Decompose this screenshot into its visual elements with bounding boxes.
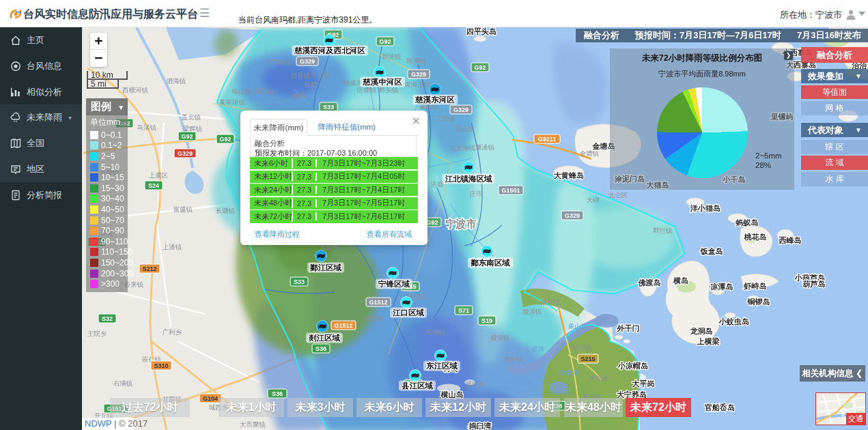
svg-text:慈溪中河区: 慈溪中河区 bbox=[362, 78, 402, 86]
svg-text:G92: G92 bbox=[426, 219, 438, 226]
svg-text:大平岗: 大平岗 bbox=[632, 379, 655, 388]
svg-text:G329: G329 bbox=[565, 212, 580, 219]
svg-text:象山港: 象山港 bbox=[492, 377, 512, 384]
svg-text:大黄蜂岛: 大黄蜂岛 bbox=[554, 171, 584, 180]
svg-text:北鹾港: 北鹾港 bbox=[525, 345, 545, 352]
svg-text:S71: S71 bbox=[458, 307, 469, 314]
svg-text:横岛: 横岛 bbox=[673, 276, 688, 285]
svg-text:G329: G329 bbox=[178, 150, 193, 157]
svg-text:长塘镇: 长塘镇 bbox=[216, 207, 236, 214]
svg-text:用谷镇: 用谷镇 bbox=[291, 72, 311, 79]
svg-text:上浦镇: 上浦镇 bbox=[163, 243, 182, 250]
svg-text:黄家埠镇: 黄家埠镇 bbox=[219, 98, 245, 106]
svg-text:蚂蚁岛: 蚂蚁岛 bbox=[736, 218, 759, 227]
svg-text:鄞东南区域: 鄞东南区域 bbox=[470, 258, 510, 267]
svg-text:G9211: G9211 bbox=[538, 136, 557, 143]
svg-text:县江区域: 县江区域 bbox=[401, 382, 434, 390]
svg-text:延地乡: 延地乡 bbox=[465, 380, 486, 388]
svg-text:凉潭岛: 凉潭岛 bbox=[711, 283, 733, 291]
svg-text:象山港: 象山港 bbox=[568, 322, 588, 330]
svg-text:S36: S36 bbox=[272, 390, 283, 397]
svg-text:江口区域: 江口区域 bbox=[393, 309, 425, 317]
svg-text:大徐镇: 大徐镇 bbox=[589, 374, 608, 382]
svg-text:四平头岛: 四平头岛 bbox=[466, 27, 496, 35]
svg-text:G104: G104 bbox=[203, 395, 218, 402]
svg-text:莼湖镇: 莼湖镇 bbox=[426, 328, 446, 336]
svg-text:尚田镇: 尚田镇 bbox=[365, 315, 384, 322]
svg-text:广利乡: 广利乡 bbox=[163, 328, 182, 336]
svg-text:临山镇: 临山镇 bbox=[232, 87, 252, 95]
svg-text:娇霞: 娇霞 bbox=[294, 91, 307, 99]
svg-text:上横梁: 上横梁 bbox=[697, 337, 720, 345]
svg-text:西峰岛: 西峰岛 bbox=[779, 236, 802, 244]
svg-text:桃花岛: 桃花岛 bbox=[744, 233, 767, 241]
svg-text:西沪港: 西沪港 bbox=[549, 382, 569, 389]
svg-text:G329: G329 bbox=[411, 71, 426, 78]
svg-text:区塘镇: 区塘镇 bbox=[357, 86, 377, 94]
svg-text:G92: G92 bbox=[181, 133, 193, 140]
svg-text:龙山镇: 龙山镇 bbox=[456, 125, 475, 132]
svg-text:郭巨镇: 郭巨镇 bbox=[653, 227, 673, 234]
svg-text:铜锣岛: 铜锣岛 bbox=[747, 298, 770, 306]
svg-text:马渚镇: 马渚镇 bbox=[137, 124, 157, 131]
svg-text:S33: S33 bbox=[323, 104, 334, 111]
svg-text:S19: S19 bbox=[481, 317, 492, 324]
svg-text:大市聚镇: 大市聚镇 bbox=[240, 420, 266, 428]
svg-text:梁辉镇: 梁辉镇 bbox=[183, 125, 203, 132]
svg-text:富盛镇: 富盛镇 bbox=[173, 205, 193, 213]
svg-text:S33: S33 bbox=[294, 278, 305, 285]
svg-text:桥头镇: 桥头镇 bbox=[378, 86, 399, 94]
svg-text:G92: G92 bbox=[474, 64, 486, 71]
svg-text:G92: G92 bbox=[379, 38, 391, 45]
svg-text:G92: G92 bbox=[219, 136, 231, 143]
svg-text:王院乡: 王院乡 bbox=[87, 330, 107, 337]
svg-text:S215: S215 bbox=[580, 356, 595, 362]
svg-text:北仑区: 北仑区 bbox=[608, 191, 628, 199]
svg-text:观海卫镇: 观海卫镇 bbox=[404, 81, 430, 88]
svg-text:G1512: G1512 bbox=[369, 299, 387, 306]
svg-text:佛渡岛: 佛渡岛 bbox=[638, 278, 661, 287]
svg-text:淡港: 淡港 bbox=[520, 379, 533, 386]
svg-text:西向港: 西向港 bbox=[500, 386, 520, 393]
svg-text:慈溪西河及西北河区: 慈溪西河及西北河区 bbox=[294, 46, 365, 55]
svg-text:咸祥镇: 咸祥镇 bbox=[541, 298, 561, 306]
svg-text:宁锋区域: 宁锋区域 bbox=[378, 279, 410, 288]
svg-text:龙洞岛: 龙洞岛 bbox=[690, 327, 713, 335]
svg-text:S24: S24 bbox=[148, 182, 159, 189]
svg-text:三北镇: 三北镇 bbox=[436, 115, 456, 122]
svg-text:泗门镇: 泗门镇 bbox=[254, 87, 274, 95]
svg-text:洪塘: 洪塘 bbox=[431, 180, 445, 188]
svg-text:石璜镇: 石璜镇 bbox=[113, 379, 133, 387]
svg-text:G329: G329 bbox=[453, 106, 468, 113]
svg-text:盖北镇: 盖北镇 bbox=[182, 113, 201, 121]
svg-text:小曹娥镇: 小曹娥镇 bbox=[265, 58, 291, 66]
svg-text:横溪镇: 横溪镇 bbox=[490, 334, 510, 341]
svg-text:捣臼湾: 捣臼湾 bbox=[468, 422, 492, 430]
svg-text:宁波市: 宁波市 bbox=[446, 218, 477, 229]
svg-text:大碶: 大碶 bbox=[587, 196, 600, 203]
svg-text:S36: S36 bbox=[316, 345, 326, 352]
svg-text:庄市: 庄市 bbox=[470, 190, 484, 197]
svg-text:澥浦镇: 澥浦镇 bbox=[475, 143, 495, 151]
svg-text:慈溪东河区: 慈溪东河区 bbox=[415, 95, 455, 104]
svg-text:饭盒岛: 饭盒岛 bbox=[700, 247, 723, 255]
svg-text:石沿港: 石沿港 bbox=[508, 360, 528, 367]
svg-text:鄞江区域: 鄞江区域 bbox=[309, 263, 342, 272]
svg-text:S32: S32 bbox=[102, 315, 113, 322]
svg-text:剡江区域: 剡江区域 bbox=[308, 334, 341, 342]
svg-text:官船岙岛: 官船岙岛 bbox=[705, 403, 735, 412]
svg-text:延岸镇: 延岸镇 bbox=[572, 343, 592, 351]
svg-text:S310: S310 bbox=[154, 362, 168, 369]
svg-text:小凉帽岛: 小凉帽岛 bbox=[617, 362, 648, 370]
svg-text:葫芦岛: 葫芦岛 bbox=[802, 280, 826, 288]
svg-text:洋小猫岛: 洋小猫岛 bbox=[690, 204, 720, 212]
svg-text:泗海镇: 泗海镇 bbox=[167, 77, 186, 85]
svg-text:小蚊虫岛: 小蚊虫岛 bbox=[718, 317, 749, 326]
svg-text:东江区域: 东江区域 bbox=[425, 361, 458, 370]
svg-text:上虞区: 上虞区 bbox=[149, 171, 169, 179]
svg-text:G329: G329 bbox=[300, 58, 315, 65]
svg-text:低塘: 低塘 bbox=[304, 81, 318, 88]
svg-text:G1501: G1501 bbox=[501, 187, 520, 194]
svg-text:金塘镇: 金塘镇 bbox=[580, 149, 600, 157]
svg-text:江北镇海区域: 江北镇海区域 bbox=[445, 175, 493, 184]
